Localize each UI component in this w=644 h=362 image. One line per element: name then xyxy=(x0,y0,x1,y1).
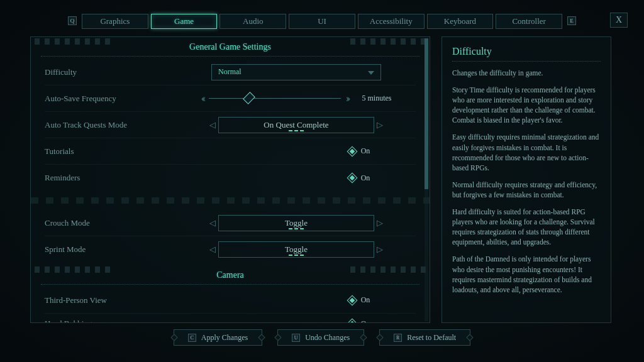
reminders-label: Reminders xyxy=(45,173,177,183)
tab-keyboard[interactable]: Keyboard xyxy=(427,14,494,29)
bottom-bar: C Apply Changes U Undo Changes R Reset t… xyxy=(0,323,644,346)
reset-button[interactable]: R Reset to Default xyxy=(379,329,470,346)
headbob-toggle[interactable] xyxy=(347,319,357,323)
sprint-cycler[interactable]: Toggle xyxy=(218,241,374,258)
section-separator xyxy=(31,197,430,204)
autotrack-label: Auto Track Quests Mode xyxy=(45,120,177,130)
section-general-title: General Game Settings xyxy=(41,37,419,57)
tab-bar: Q Graphics Game Audio UI Accessibility K… xyxy=(0,0,644,29)
section-camera-title: Camera xyxy=(41,265,419,285)
cycler-prev-icon[interactable]: ◁ xyxy=(207,244,218,255)
tab-controller[interactable]: Controller xyxy=(496,14,562,29)
autosave-value: 5 minutes xyxy=(362,94,391,103)
tab-graphics[interactable]: Graphics xyxy=(82,14,148,29)
tutorials-value: On xyxy=(361,146,370,156)
close-button[interactable]: X xyxy=(610,13,628,28)
thirdperson-toggle[interactable] xyxy=(347,295,357,305)
apply-key-hint: C xyxy=(188,334,196,342)
next-tab-key-hint: E xyxy=(567,16,576,25)
tab-accessibility[interactable]: Accessibility xyxy=(358,14,425,29)
cycler-prev-icon[interactable]: ◁ xyxy=(207,218,218,228)
tutorials-toggle[interactable] xyxy=(347,146,357,156)
tab-audio[interactable]: Audio xyxy=(219,14,286,29)
undo-key-hint: U xyxy=(292,334,300,342)
undo-button[interactable]: U Undo Changes xyxy=(277,329,364,346)
tab-ui[interactable]: UI xyxy=(289,14,355,29)
autosave-label: Auto-Save Frequency xyxy=(45,94,177,104)
settings-panel: General Game Settings Difficulty Normal … xyxy=(30,36,430,323)
chevron-right-icon: ››› xyxy=(346,93,348,104)
apply-button[interactable]: C Apply Changes xyxy=(174,329,262,346)
cycler-prev-icon[interactable]: ◁ xyxy=(207,120,218,130)
cycler-next-icon[interactable]: ▷ xyxy=(374,244,386,255)
info-title: Difficulty xyxy=(452,46,601,57)
tutorials-label: Tutorials xyxy=(45,146,177,156)
difficulty-label: Difficulty xyxy=(45,67,177,77)
thirdperson-value: On xyxy=(361,295,370,305)
crouch-label: Crouch Mode xyxy=(45,218,177,228)
cycler-next-icon[interactable]: ▷ xyxy=(374,218,386,228)
prev-tab-key-hint: Q xyxy=(68,16,77,25)
info-text: Changes the difficulty in game. Story Ti… xyxy=(452,68,601,295)
sprint-label: Sprint Mode xyxy=(45,244,177,255)
difficulty-dropdown[interactable]: Normal xyxy=(211,64,381,80)
reminders-value: On xyxy=(361,173,370,183)
scrollbar-thumb[interactable] xyxy=(425,38,428,189)
crouch-cycler[interactable]: Toggle xyxy=(218,215,374,231)
headbob-label: Head Bobbing xyxy=(45,319,177,323)
autosave-slider[interactable]: ‹‹‹ ››› xyxy=(201,93,348,104)
thirdperson-label: Third-Person View xyxy=(45,295,177,305)
cycler-next-icon[interactable]: ▷ xyxy=(374,120,386,130)
reset-key-hint: R xyxy=(394,334,402,342)
autotrack-cycler[interactable]: On Quest Complete xyxy=(218,117,374,133)
chevron-left-icon: ‹‹‹ xyxy=(201,93,204,104)
scrollbar[interactable] xyxy=(425,38,428,321)
headbob-value: On xyxy=(361,319,370,324)
tab-game[interactable]: Game xyxy=(151,14,218,29)
info-panel: Difficulty Changes the difficulty in gam… xyxy=(441,36,611,323)
reminders-toggle[interactable] xyxy=(347,173,357,184)
